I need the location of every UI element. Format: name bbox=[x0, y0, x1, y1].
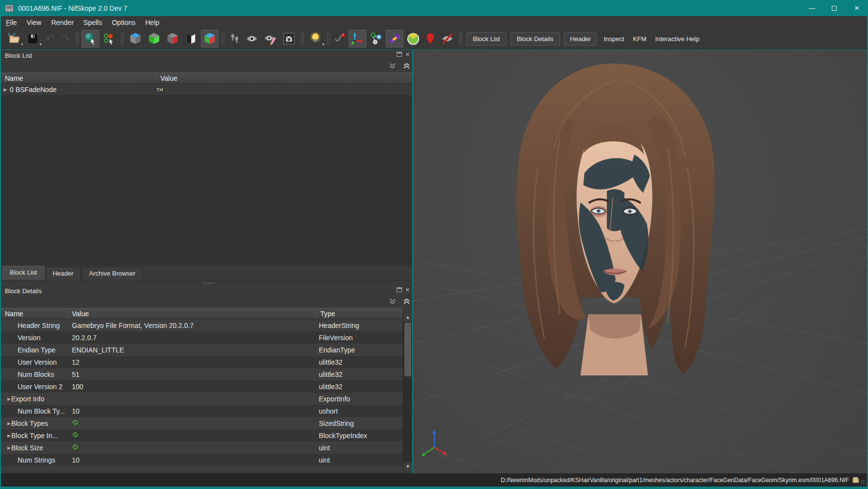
table-row[interactable]: User Version12ulittle32 bbox=[1, 356, 412, 368]
table-row[interactable]: Version20.2.0.7FileVersion bbox=[1, 331, 412, 344]
expand-arrow-icon[interactable]: ▶ bbox=[1, 396, 8, 401]
column-header-value[interactable]: Value bbox=[68, 308, 316, 319]
block-details-toggle-button[interactable]: Block Details bbox=[511, 32, 560, 46]
table-row[interactable]: Num Block Ty...10ushort bbox=[1, 405, 412, 417]
walk-footsteps-button[interactable] bbox=[227, 30, 242, 47]
scrollbar-thumb[interactable] bbox=[404, 323, 411, 376]
lighting-button[interactable]: ▾ bbox=[307, 30, 324, 47]
inspect-button[interactable]: Inspect bbox=[599, 33, 628, 45]
marker-pin-button[interactable] bbox=[423, 30, 438, 47]
edit-mode-button[interactable] bbox=[262, 30, 279, 47]
vertex-pin-button[interactable] bbox=[333, 30, 348, 47]
toolbar-grip[interactable] bbox=[459, 32, 463, 45]
kfm-button[interactable]: KFM bbox=[628, 33, 650, 45]
lighting-dropdown-caret[interactable]: ▾ bbox=[322, 43, 324, 47]
expand-arrow-icon[interactable]: ▶ bbox=[1, 421, 8, 426]
row-value[interactable]: 20.2.0.7 bbox=[68, 334, 316, 342]
show-nodes-button[interactable] bbox=[243, 30, 261, 47]
float-dock-icon[interactable] bbox=[397, 287, 402, 292]
tab-header[interactable]: Header bbox=[45, 267, 81, 280]
tab-block-list[interactable]: Block List bbox=[2, 266, 45, 280]
expand-arrow-icon[interactable]: ▶ bbox=[1, 433, 8, 438]
table-row[interactable]: Num Strings10uint bbox=[1, 454, 412, 466]
expand-arrow-icon[interactable]: ▶ bbox=[1, 445, 8, 450]
close-dock-icon[interactable]: ✕ bbox=[405, 52, 410, 57]
header-toggle-button[interactable]: Header bbox=[564, 32, 598, 46]
row-value[interactable]: 12 bbox=[68, 358, 316, 366]
chevron-up-icon[interactable] bbox=[403, 298, 410, 304]
toolbar-grip[interactable] bbox=[327, 32, 331, 45]
save-dropdown-caret[interactable]: ▾ bbox=[40, 43, 42, 47]
rotate-view-button[interactable] bbox=[82, 30, 99, 47]
bones-button[interactable] bbox=[386, 30, 403, 47]
redo-button[interactable]: ↷ bbox=[58, 30, 73, 47]
row-value[interactable]: 100 bbox=[68, 383, 316, 391]
axes-button[interactable] bbox=[349, 30, 366, 47]
save-file-button[interactable]: ▾ bbox=[24, 30, 42, 47]
block-details-scrollbar[interactable]: ▲ ▼ bbox=[403, 313, 412, 471]
column-header-name[interactable]: Name bbox=[1, 308, 68, 319]
column-header-name[interactable]: Name bbox=[1, 73, 156, 83]
row-value[interactable]: ENDIAN_LITTLE bbox=[68, 346, 316, 354]
menu-render[interactable]: Render bbox=[46, 17, 79, 28]
table-row[interactable]: Header StringGamebryo File Format, Versi… bbox=[1, 319, 412, 331]
minimize-button[interactable]: ― bbox=[801, 0, 823, 16]
cube-side-face-button[interactable] bbox=[164, 30, 181, 47]
column-header-value[interactable]: Value bbox=[156, 73, 412, 83]
chevron-down-icon[interactable] bbox=[389, 63, 396, 69]
scroll-up-arrow[interactable]: ▲ bbox=[403, 313, 412, 322]
row-value[interactable]: Gamebryo File Format, Version 20.2.0.7 bbox=[68, 322, 316, 329]
menu-options[interactable]: Options bbox=[107, 17, 140, 28]
row-value[interactable] bbox=[68, 431, 316, 440]
interactive-help-button[interactable]: Interactive Help bbox=[651, 33, 704, 45]
toolbar-grip[interactable] bbox=[75, 32, 79, 45]
table-row[interactable]: ▶Block TypesSizedString bbox=[1, 417, 412, 429]
row-value[interactable]: 51 bbox=[68, 371, 316, 378]
menu-help[interactable]: Help bbox=[140, 17, 164, 28]
scroll-down-arrow[interactable]: ▼ bbox=[403, 462, 412, 471]
undo-button[interactable]: ↶ bbox=[43, 30, 57, 47]
table-row[interactable]: ▶Block Type In...BlockTypeIndex bbox=[1, 429, 412, 442]
float-dock-icon[interactable] bbox=[397, 52, 402, 57]
open-dropdown-caret[interactable]: ▾ bbox=[21, 43, 23, 47]
lod-button[interactable] bbox=[404, 30, 422, 47]
dock-splitter[interactable] bbox=[1, 280, 412, 285]
double-sided-button[interactable] bbox=[182, 30, 200, 47]
textured-cube-button[interactable] bbox=[201, 30, 219, 47]
node-links-button[interactable] bbox=[367, 30, 385, 47]
close-dock-icon[interactable]: ✕ bbox=[405, 287, 410, 292]
tree-row-bsfadenode[interactable]: ▶ 0 BSFadeNode Txt bbox=[1, 84, 412, 95]
table-row[interactable]: ▶Block Sizeuint bbox=[1, 442, 412, 454]
hide-button[interactable] bbox=[439, 30, 456, 47]
toolbar-grip[interactable] bbox=[120, 32, 124, 45]
tab-archive-browser[interactable]: Archive Browser bbox=[82, 267, 143, 280]
table-row[interactable]: ▶Export InfoExportInfo bbox=[1, 393, 412, 405]
row-value[interactable] bbox=[68, 419, 316, 427]
chevron-up-icon[interactable] bbox=[403, 63, 410, 69]
resize-grip[interactable] bbox=[861, 480, 866, 485]
menu-spells[interactable]: Spells bbox=[79, 17, 107, 28]
menu-file[interactable]: File bbox=[1, 17, 22, 28]
toolbar-grip[interactable] bbox=[221, 32, 225, 45]
screenshot-button[interactable] bbox=[280, 30, 298, 47]
cube-front-face-button[interactable] bbox=[145, 30, 163, 47]
toolbar-grip[interactable] bbox=[300, 32, 304, 45]
table-row[interactable]: Endian TypeENDIAN_LITTLEEndianType bbox=[1, 344, 412, 356]
block-list-toggle-button[interactable]: Block List bbox=[467, 32, 507, 46]
file-icon[interactable] bbox=[852, 476, 860, 484]
splitter-handle-dots[interactable] bbox=[202, 282, 215, 284]
vertex-selection-button[interactable] bbox=[100, 30, 118, 47]
open-file-button[interactable]: ▾ bbox=[5, 30, 23, 47]
close-button[interactable]: ✕ bbox=[846, 0, 868, 16]
row-value[interactable]: 10 bbox=[68, 407, 316, 415]
table-row[interactable]: Num Blocks51ulittle32 bbox=[1, 368, 412, 380]
menu-view[interactable]: View bbox=[22, 17, 46, 28]
row-value[interactable]: 10 bbox=[68, 456, 316, 464]
render-viewport[interactable] bbox=[413, 50, 867, 473]
table-row-clipped[interactable] bbox=[1, 466, 412, 469]
chevron-down-icon[interactable] bbox=[389, 298, 396, 304]
cube-top-face-button[interactable] bbox=[127, 30, 144, 47]
table-row[interactable]: User Version 2100ulittle32 bbox=[1, 380, 412, 393]
maximize-button[interactable] bbox=[823, 0, 846, 16]
column-header-type[interactable]: Type bbox=[316, 308, 402, 319]
